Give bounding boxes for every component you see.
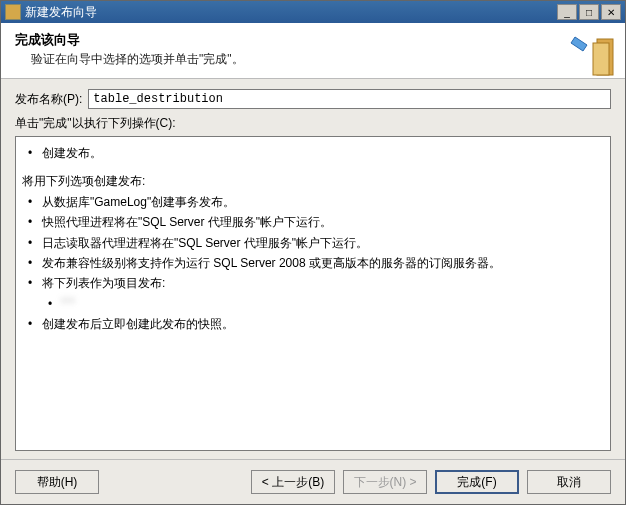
wizard-body: 发布名称(P): 单击"完成"以执行下列操作(C): 创建发布。 将用下列选项创… <box>1 79 625 459</box>
summary-item: 日志读取器代理进程将在"SQL Server 代理服务"帐户下运行。 <box>22 233 600 253</box>
summary-listbox[interactable]: 创建发布。 将用下列选项创建发布: 从数据库"GameLog"创建事务发布。 快… <box>15 136 611 451</box>
summary-heading: 将用下列选项创建发布: <box>22 171 600 191</box>
close-button[interactable]: ✕ <box>601 4 621 20</box>
header-title: 完成该向导 <box>15 31 244 49</box>
window-title: 新建发布向导 <box>25 4 557 21</box>
next-button: 下一步(N) > <box>343 470 427 494</box>
header-subtitle: 验证在向导中选择的选项并单击"完成"。 <box>15 51 244 68</box>
wizard-header: 完成该向导 验证在向导中选择的选项并单击"完成"。 <box>1 23 625 79</box>
actions-label: 单击"完成"以执行下列操作(C): <box>15 115 611 132</box>
app-icon <box>5 4 21 20</box>
minimize-button[interactable]: _ <box>557 4 577 20</box>
summary-item: 从数据库"GameLog"创建事务发布。 <box>22 192 600 212</box>
summary-item: 将下列表作为项目发布: <box>22 273 600 293</box>
back-button[interactable]: < 上一步(B) <box>251 470 335 494</box>
summary-nested-item: " " <box>42 294 600 314</box>
publication-name-label: 发布名称(P): <box>15 91 82 108</box>
summary-item: 发布兼容性级别将支持作为运行 SQL Server 2008 或更高版本的服务器… <box>22 253 600 273</box>
cancel-button[interactable]: 取消 <box>527 470 611 494</box>
finish-button[interactable]: 完成(F) <box>435 470 519 494</box>
wizard-footer: 帮助(H) < 上一步(B) 下一步(N) > 完成(F) 取消 <box>1 459 625 504</box>
svg-rect-1 <box>593 43 609 75</box>
summary-item: 快照代理进程将在"SQL Server 代理服务"帐户下运行。 <box>22 212 600 232</box>
titlebar: 新建发布向导 _ □ ✕ <box>1 1 625 23</box>
wizard-banner-icon <box>569 31 617 79</box>
summary-item: 创建发布。 <box>22 143 600 163</box>
wizard-window: 新建发布向导 _ □ ✕ 完成该向导 验证在向导中选择的选项并单击"完成"。 发… <box>0 0 626 505</box>
publication-name-input[interactable] <box>88 89 611 109</box>
help-button[interactable]: 帮助(H) <box>15 470 99 494</box>
summary-item: 创建发布后立即创建此发布的快照。 <box>22 314 600 334</box>
maximize-button[interactable]: □ <box>579 4 599 20</box>
